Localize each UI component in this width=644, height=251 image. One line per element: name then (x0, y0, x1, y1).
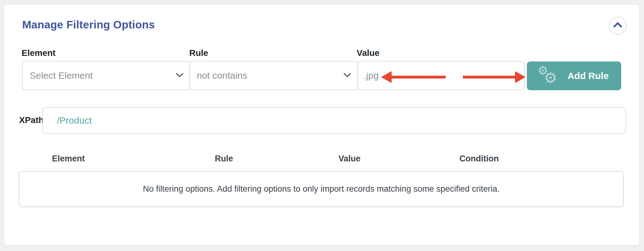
filtering-rules-empty-state: No filtering options. Add filtering opti… (19, 171, 624, 207)
chevron-down-icon (175, 72, 184, 79)
value-input[interactable] (357, 61, 525, 90)
manage-filtering-panel: Manage Filtering Options Element Rule Va… (4, 4, 640, 246)
panel-title: Manage Filtering Options (22, 18, 155, 31)
element-field-label: Element (22, 48, 56, 58)
rule-select[interactable]: not contains (189, 61, 358, 90)
add-rule-button[interactable]: ⚙ ⚙ Add Rule (527, 62, 621, 90)
xpath-label: XPath (19, 115, 44, 125)
value-field-label: Value (357, 48, 379, 58)
page-canvas: Manage Filtering Options Element Rule Va… (0, 0, 644, 251)
rule-select-value: not contains (190, 70, 343, 81)
xpath-input[interactable] (42, 107, 626, 134)
empty-state-message: No filtering options. Add filtering opti… (143, 184, 499, 194)
chevron-up-icon (612, 22, 623, 30)
gears-icon: ⚙ ⚙ (537, 66, 557, 85)
add-rule-button-label: Add Rule (567, 71, 609, 81)
table-header-element: Element (52, 154, 85, 164)
element-select[interactable]: Select Element (22, 61, 190, 90)
chevron-down-icon (343, 72, 352, 79)
table-header-rule: Rule (215, 154, 233, 164)
table-header-value: Value (339, 154, 361, 164)
collapse-panel-button[interactable] (609, 17, 627, 35)
rule-field-label: Rule (189, 48, 208, 58)
element-select-value: Select Element (23, 70, 175, 81)
table-header-condition: Condition (459, 154, 499, 164)
